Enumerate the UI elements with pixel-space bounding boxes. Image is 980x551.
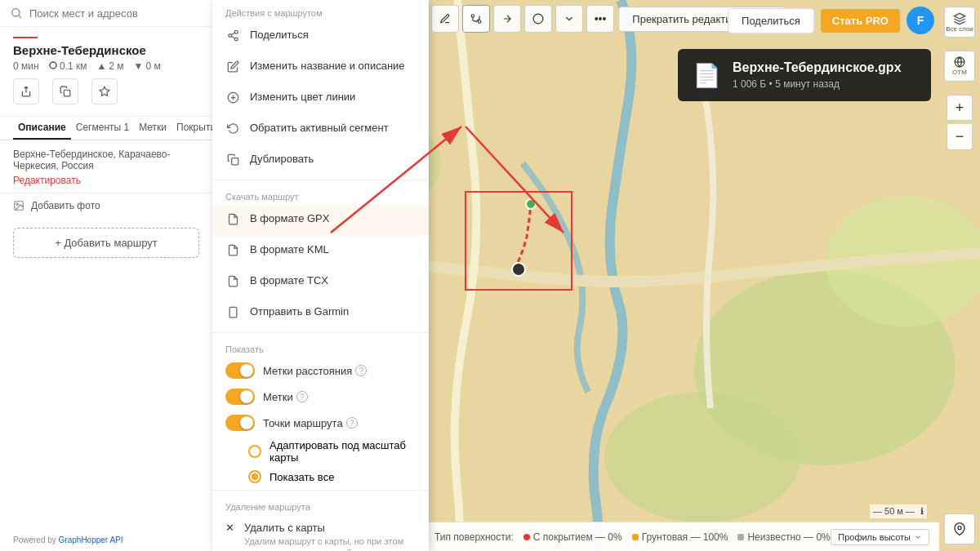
search-input[interactable] xyxy=(29,7,203,20)
route-info: Верхне-Тебердинское 0 мин 0.1 км ▲ 2 м ▼… xyxy=(0,27,212,117)
user-avatar[interactable]: F xyxy=(906,7,934,34)
distance-stat: 0.1 км xyxy=(49,60,87,72)
show-all-row[interactable]: Показать все xyxy=(212,467,429,487)
tabs-row: Описание Сегменты 1 Метки Покрытие П xyxy=(0,117,212,140)
marks-help[interactable]: ? xyxy=(296,391,308,402)
svg-rect-13 xyxy=(231,158,238,165)
show-all-radio[interactable] xyxy=(248,470,261,483)
edit-link[interactable]: Редактировать xyxy=(0,175,212,193)
dropdown-reverse[interactable]: Обратить активный сегмент xyxy=(212,114,429,145)
dropdown-rename[interactable]: Изменить название и описание xyxy=(212,52,429,83)
svg-point-6 xyxy=(16,203,18,205)
pro-button[interactable]: Стать PRO xyxy=(821,9,900,33)
toolbar-chevron-btn[interactable] xyxy=(555,5,583,33)
dropdown-actions-title: Действия с маршрутом xyxy=(212,0,429,21)
distance-marks-toggle[interactable] xyxy=(225,362,255,379)
tcx-icon xyxy=(225,274,240,291)
file-name: Верхне-Тебердинское.gpx xyxy=(733,60,902,75)
copy-icon-btn[interactable] xyxy=(52,78,78,104)
svg-rect-14 xyxy=(229,307,237,318)
remove-map-icon: ✕ xyxy=(225,522,234,534)
share-icon xyxy=(225,29,240,46)
time-stat: 0 мин xyxy=(13,60,39,72)
distance-marks-toggle-row: Метки расстояния ? xyxy=(212,358,429,384)
svg-line-11 xyxy=(231,33,234,34)
zoom-in-button[interactable]: + xyxy=(947,95,973,121)
divider-2 xyxy=(212,332,429,333)
adapt-scale-radio[interactable] xyxy=(248,445,261,458)
dropdown-show-title: Показать xyxy=(212,336,429,358)
location-button[interactable] xyxy=(944,513,975,544)
otm-button[interactable]: ОТМ xyxy=(944,51,975,82)
file-icon: 📄 xyxy=(693,62,721,89)
layers-button[interactable]: Все слои xyxy=(944,7,975,38)
route-name: Верхне-Тебердинское xyxy=(13,43,199,57)
unpaved-item: Грунтовая — 100% xyxy=(632,531,728,543)
garmin-icon xyxy=(225,305,240,322)
svg-point-8 xyxy=(228,34,231,38)
tab-segments[interactable]: Сегменты 1 xyxy=(71,117,134,140)
toolbar-pencil-btn[interactable] xyxy=(431,5,459,33)
sidebar: Верхне-Тебердинское 0 мин 0.1 км ▲ 2 м ▼… xyxy=(0,0,212,551)
toolbar-more-btn[interactable]: ••• xyxy=(586,5,614,33)
dropdown-delete-title: Удаление маршрута xyxy=(212,494,429,515)
marks-toggle[interactable] xyxy=(225,389,255,405)
divider-1 xyxy=(212,180,429,180)
dropdown-remove-from-map[interactable]: ✕ Удалить с карты Удалим маршрут с карты… xyxy=(212,515,429,551)
dropdown-duplicate[interactable]: Дублировать xyxy=(212,145,429,176)
tab-marks[interactable]: Метки xyxy=(134,117,172,140)
distance-marks-help[interactable]: ? xyxy=(355,365,367,376)
color-icon xyxy=(225,91,240,108)
profile-btn[interactable]: Профиль высоты xyxy=(831,529,929,545)
share-button[interactable]: Поделиться xyxy=(728,8,814,33)
svg-point-0 xyxy=(12,9,20,16)
svg-point-9 xyxy=(234,38,238,41)
marks-toggle-row: Метки ? xyxy=(212,384,429,410)
waypoints-toggle[interactable] xyxy=(225,415,255,431)
marks-label: Метки ? xyxy=(263,391,308,403)
dropdown-kml[interactable]: В формате KML xyxy=(212,236,429,267)
toolbar-arrow-btn[interactable] xyxy=(493,5,521,33)
dropdown-gpx[interactable]: В формате GPX xyxy=(212,205,429,236)
add-photo-btn[interactable]: Добавить фото xyxy=(0,193,212,218)
sidebar-footer: Powered by GraphHopper API xyxy=(13,535,123,544)
down-stat: ▼ 0 м xyxy=(134,60,161,72)
waypoints-label: Точки маршрута ? xyxy=(263,417,358,429)
surface-info: Тип поверхности: С покрытием — 0% Грунто… xyxy=(434,531,831,543)
route-stats: 0 мин 0.1 км ▲ 2 м ▼ 0 м xyxy=(13,60,199,72)
dropdown-share[interactable]: Поделиться xyxy=(212,21,429,52)
gpx-icon xyxy=(225,212,240,229)
svg-point-18 xyxy=(604,392,800,522)
toolbar-buttons: ••• xyxy=(431,5,614,33)
unpaved-dot xyxy=(632,534,639,540)
tab-description[interactable]: Описание xyxy=(13,117,71,140)
svg-point-22 xyxy=(526,199,536,209)
bottom-bar: Тип поверхности: С покрытием — 0% Грунто… xyxy=(425,522,939,551)
svg-point-7 xyxy=(234,30,238,33)
waypoints-help[interactable]: ? xyxy=(346,417,358,429)
graphhopper-link[interactable]: GraphHopper API xyxy=(59,535,123,544)
add-route-button[interactable]: + Добавить маршрут xyxy=(13,228,199,258)
unknown-dot xyxy=(737,534,744,540)
adapt-scale-row[interactable]: Адаптировать под масштаб карты xyxy=(212,436,429,467)
svg-point-2 xyxy=(50,62,56,69)
zoom-out-button[interactable]: − xyxy=(947,124,973,150)
dropdown-garmin[interactable]: Отправить в Garmin xyxy=(212,298,429,329)
share-icon-btn[interactable] xyxy=(13,78,39,104)
divider-3 xyxy=(212,490,429,491)
search-icon xyxy=(10,7,23,20)
otm-label: ОТМ xyxy=(952,69,967,76)
kml-icon xyxy=(225,243,240,260)
file-tooltip: 📄 Верхне-Тебердинское.gpx 1 006 Б • 5 ми… xyxy=(678,49,931,101)
dropdown-change-color[interactable]: Изменить цвет линии xyxy=(212,83,429,114)
waypoints-toggle-row: Точки маршрута ? xyxy=(212,410,429,436)
svg-marker-4 xyxy=(100,87,109,96)
toolbar-route-btn[interactable] xyxy=(462,5,490,33)
action-icons xyxy=(13,78,199,104)
star-icon-btn[interactable] xyxy=(91,78,118,104)
file-meta: 1 006 Б • 5 минут назад xyxy=(733,78,902,90)
info-icon[interactable]: ℹ xyxy=(920,506,924,516)
tab-coverage[interactable]: Покрытие xyxy=(172,117,212,140)
dropdown-tcx[interactable]: В формате TCX xyxy=(212,267,429,298)
toolbar-circle-btn[interactable] xyxy=(524,5,552,33)
